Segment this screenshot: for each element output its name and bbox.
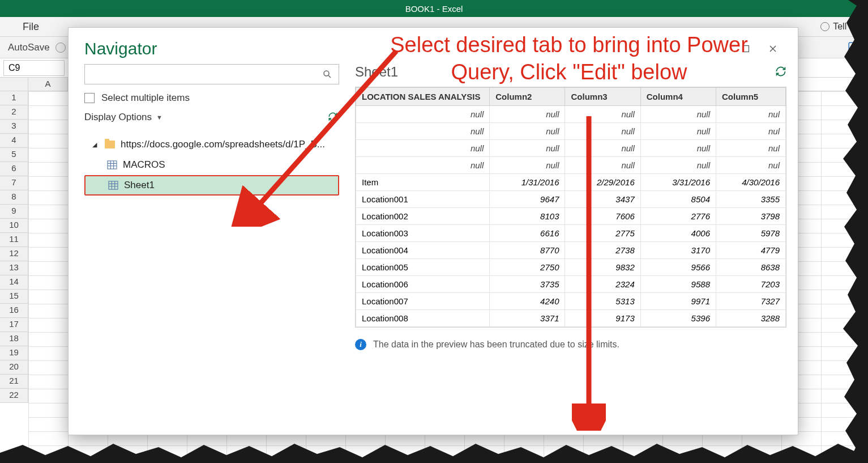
autosave-toggle[interactable] [55, 43, 66, 53]
preview-cell: 3735 [490, 276, 565, 293]
row-header[interactable]: 1 [0, 91, 28, 105]
preview-cell: 3355 [716, 191, 785, 208]
preview-cell: 2738 [565, 242, 640, 259]
row-header[interactable]: 7 [0, 176, 28, 190]
svg-rect-1 [743, 46, 749, 52]
tell-me-search[interactable]: Tell m [820, 22, 857, 32]
svg-point-2 [324, 71, 329, 76]
row-header[interactable]: 12 [0, 247, 28, 261]
chevron-down-icon: ▼ [156, 114, 163, 121]
preview-row[interactable]: Location0028103760627763798 [356, 208, 786, 225]
preview-cell: 9971 [640, 293, 716, 310]
close-button[interactable] [764, 41, 782, 57]
preview-cell: 9566 [640, 259, 716, 276]
preview-cell: 3798 [716, 208, 785, 225]
name-box-value: C9 [8, 63, 20, 73]
row-header[interactable]: 18 [0, 332, 28, 346]
preview-cell: Location007 [356, 293, 490, 310]
select-multiple-label: Select multiple items [101, 92, 190, 104]
search-box [84, 64, 339, 84]
preview-cell: null [490, 123, 565, 140]
row-header[interactable]: 22 [0, 389, 28, 403]
collapse-icon: ◢ [92, 141, 99, 148]
preview-row[interactable]: Location0036616277540065978 [356, 225, 786, 242]
row-header[interactable]: 21 [0, 375, 28, 389]
preview-cell: 8103 [490, 208, 565, 225]
row-header[interactable]: 16 [0, 304, 28, 318]
preview-cell: null [565, 140, 640, 157]
preview-row[interactable]: Location0063735232495887203 [356, 276, 786, 293]
navigator-left-pane: Select multiple items Display Options ▼ … [84, 64, 339, 423]
row-header[interactable]: 5 [0, 148, 28, 162]
preview-cell: 8770 [490, 242, 565, 259]
row-header[interactable]: 15 [0, 290, 28, 304]
autosave-label: AutoSave [8, 42, 50, 53]
refresh-preview-button[interactable] [775, 66, 786, 79]
preview-cell: null [490, 106, 565, 123]
preview-row[interactable]: nullnullnullnullnul [356, 140, 786, 157]
preview-cell: 1/31/2016 [490, 174, 565, 191]
row-header[interactable]: 6 [0, 162, 28, 176]
preview-cell: null [640, 123, 716, 140]
row-header[interactable]: 2 [0, 105, 28, 120]
preview-cell: null [356, 123, 490, 140]
row-header[interactable]: 20 [0, 360, 28, 375]
column-header[interactable]: A [28, 78, 68, 91]
tree-root-node[interactable]: ◢ https://docs.google.com/spreadsheets/d… [84, 134, 339, 155]
row-header[interactable]: 17 [0, 318, 28, 332]
preview-row[interactable]: Location0074240531399717327 [356, 293, 786, 310]
preview-row[interactable]: Location0048770273831704779 [356, 242, 786, 259]
preview-row[interactable]: Location0019647343785043355 [356, 191, 786, 208]
search-input[interactable] [85, 65, 316, 84]
preview-row[interactable]: nullnullnullnullnul [356, 123, 786, 140]
preview-cell: null [490, 157, 565, 174]
preview-column-header[interactable]: Column5 [716, 88, 785, 106]
select-multiple-checkbox-row[interactable]: Select multiple items [84, 92, 339, 104]
ribbon-option-icon[interactable] [848, 41, 860, 54]
preview-cell: 5396 [640, 310, 716, 327]
table-icon [108, 181, 118, 190]
preview-cell: Location004 [356, 242, 490, 259]
row-header[interactable]: 14 [0, 275, 28, 290]
row-header[interactable]: 11 [0, 233, 28, 247]
tree-item-macros[interactable]: MACROS [84, 155, 339, 175]
preview-row[interactable]: nullnullnullnullnul [356, 157, 786, 174]
preview-row[interactable]: Location0083371917353963288 [356, 310, 786, 327]
row-header[interactable]: 8 [0, 190, 28, 205]
preview-cell: Location005 [356, 259, 490, 276]
preview-column-header[interactable]: Column2 [490, 88, 565, 106]
tree-item-sheet1[interactable]: Sheet1 [84, 175, 339, 196]
row-header[interactable]: 3 [0, 120, 28, 134]
refresh-tree-button[interactable] [328, 112, 339, 123]
row-header[interactable]: 4 [0, 134, 28, 148]
search-button[interactable] [316, 65, 339, 84]
preview-row[interactable]: nullnullnullnullnul [356, 106, 786, 123]
row-header[interactable]: 9 [0, 205, 28, 219]
row-header[interactable]: 10 [0, 219, 28, 233]
file-tab[interactable]: File [11, 18, 50, 36]
preview-column-header[interactable]: LOCATION SALES ANALYSIS [356, 88, 490, 106]
select-all-corner[interactable] [0, 78, 28, 91]
row-header[interactable]: 19 [0, 346, 28, 360]
name-box[interactable]: C9 [3, 60, 65, 76]
display-options-dropdown[interactable]: Display Options ▼ [84, 112, 163, 123]
preview-column-header[interactable]: Column4 [640, 88, 716, 106]
svg-rect-3 [108, 161, 117, 169]
preview-cell: 2775 [565, 225, 640, 242]
preview-cell: Location002 [356, 208, 490, 225]
preview-row[interactable]: Location0052750983295668638 [356, 259, 786, 276]
preview-cell: null [356, 106, 490, 123]
preview-cell: 5978 [716, 225, 785, 242]
preview-cell: 7327 [716, 293, 785, 310]
tree-root-label: https://docs.google.com/spreadsheets/d/1… [121, 139, 325, 150]
preview-cell: null [565, 106, 640, 123]
preview-cell: null [356, 140, 490, 157]
preview-cell: 9588 [640, 276, 716, 293]
preview-cell: 8504 [640, 191, 716, 208]
navigator-preview-pane: Sheet1 LOCATION SALES ANALYSISColumn2Col… [355, 64, 786, 423]
preview-row[interactable]: Item1/31/20162/29/20163/31/20164/30/2016 [356, 174, 786, 191]
maximize-button[interactable] [737, 41, 755, 57]
preview-cell: 6616 [490, 225, 565, 242]
row-header[interactable]: 13 [0, 261, 28, 275]
preview-column-header[interactable]: Column3 [565, 88, 640, 106]
